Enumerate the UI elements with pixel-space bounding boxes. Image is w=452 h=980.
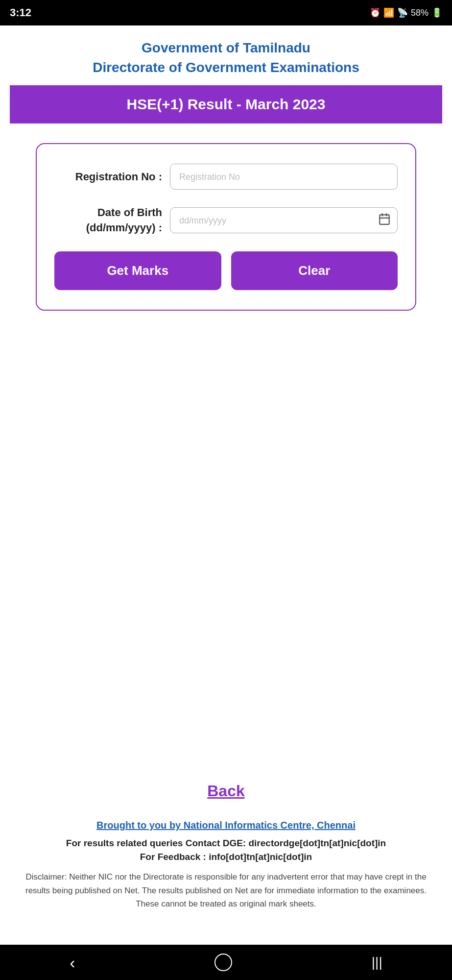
registration-label: Registration No : (54, 171, 162, 183)
clear-button[interactable]: Clear (231, 251, 398, 290)
status-bar: 3:12 ⏰ 📶 📡 58% 🔋 (0, 0, 452, 25)
nav-back-icon[interactable]: ‹ (70, 953, 75, 972)
status-time: 3:12 (10, 6, 31, 19)
header-title-2: Directorate of Government Examinations (93, 60, 359, 75)
dob-input[interactable] (170, 207, 398, 233)
dob-label: Date of Birth (dd/mm/yyyy) : (54, 205, 162, 236)
svg-rect-0 (380, 215, 389, 224)
get-marks-button[interactable]: Get Marks (54, 251, 221, 290)
dob-row: Date of Birth (dd/mm/yyyy) : (54, 205, 398, 236)
registration-row: Registration No : (54, 164, 398, 190)
back-section: Back (10, 782, 442, 800)
nav-home-icon[interactable] (214, 954, 232, 971)
dob-input-wrapper (170, 207, 398, 233)
back-link[interactable]: Back (207, 782, 245, 800)
signal-icon: 📡 (397, 7, 408, 18)
footer-feedback: For Feedback : info[dot]tn[at]nic[dot]in (24, 852, 428, 862)
battery-icon: 🔋 (431, 7, 442, 18)
nic-link[interactable]: Brought to you by National Informatics C… (24, 820, 428, 831)
banner-text: HSE(+1) Result - March 2023 (127, 96, 326, 112)
nav-bar: ‹ ||| (0, 945, 452, 980)
result-banner: HSE(+1) Result - March 2023 (10, 85, 442, 123)
nav-menu-icon[interactable]: ||| (372, 955, 382, 970)
calendar-icon[interactable] (378, 213, 391, 228)
battery-percent: 58% (411, 8, 428, 18)
header-title-1: Government of Tamilnadu (142, 40, 310, 56)
footer-contact: For results related queries Contact DGE:… (24, 838, 428, 849)
footer: Brought to you by National Informatics C… (10, 810, 442, 930)
registration-input[interactable] (170, 164, 398, 190)
wifi-icon: 📶 (383, 7, 394, 18)
form-card: Registration No : Date of Birth (dd/mm/y… (36, 143, 416, 311)
registration-input-wrapper (170, 164, 398, 190)
alarm-icon: ⏰ (370, 7, 381, 18)
main-content: Government of Tamilnadu Directorate of G… (0, 25, 452, 945)
footer-disclaimer: Disclaimer: Neither NIC nor the Director… (24, 870, 428, 910)
status-icons: ⏰ 📶 📡 58% 🔋 (370, 7, 442, 18)
button-row: Get Marks Clear (54, 251, 398, 290)
